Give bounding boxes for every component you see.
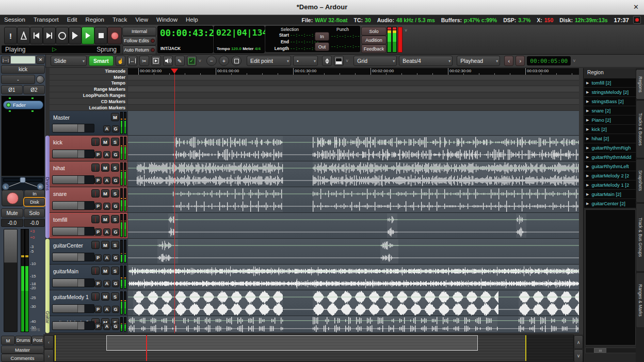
track-fader[interactable] — [52, 278, 94, 287]
punch-in-button[interactable]: In — [315, 32, 329, 41]
peak-display[interactable]: -0.0 — [24, 219, 45, 227]
playhead-dropdown[interactable]: Playhead — [457, 56, 500, 66]
region-list-item[interactable]: ▶guitarRhythmLeft — [584, 162, 636, 171]
ruler-name-cd-markers[interactable]: CD Markers — [50, 98, 127, 105]
region-list-item[interactable]: ▶snare [2] — [584, 106, 636, 116]
strip-name-button[interactable]: kick — [1, 65, 45, 74]
region-list-item[interactable]: ▶guitarMelody 1 [2 — [584, 180, 636, 190]
track-p-button[interactable]: P — [94, 280, 102, 287]
summary-overview[interactable] — [54, 335, 574, 361]
track-g-button[interactable]: G — [112, 280, 119, 287]
track-a-button[interactable]: A — [103, 306, 110, 313]
strip-width-button[interactable]: |↔| — [1, 56, 10, 64]
track-a-button[interactable]: A — [103, 254, 110, 261]
layer-display-button[interactable] — [334, 56, 344, 66]
toolbar-end-chevron[interactable]: ˅ — [573, 58, 575, 63]
audition-button[interactable]: Audition — [361, 36, 387, 44]
solo-button[interactable]: Solo — [24, 208, 45, 218]
track-m-button[interactable]: M — [101, 189, 109, 198]
track-g-button[interactable]: G — [112, 323, 119, 330]
summary-scroll-down-button[interactable]: ∨ — [574, 349, 583, 362]
sidebar-tab-track-bus-groups[interactable]: Track & Bus Groups — [636, 203, 644, 272]
track-name-label[interactable]: guitarMelody 1 — [53, 294, 89, 300]
menu-item-region[interactable]: Region — [82, 15, 108, 25]
primary-clock[interactable]: 00:00:43:25 INT/JACK — [157, 26, 213, 53]
region-expander-icon[interactable]: ▶ — [586, 81, 589, 85]
track-name-label[interactable]: hihat — [53, 165, 65, 171]
punch-out-button[interactable]: Out — [315, 42, 329, 51]
track-fader[interactable] — [52, 253, 94, 261]
track-g-button[interactable]: G — [112, 254, 119, 261]
track-header-guitarcenter[interactable]: guitarCenterMSPAG — [50, 239, 127, 265]
track-a-button[interactable]: A — [103, 228, 110, 236]
auto-return-button[interactable]: Auto Return — [122, 45, 156, 55]
track-g-button[interactable]: G — [112, 177, 119, 184]
zoom-fit-button[interactable] — [231, 56, 242, 66]
track-header-hihat[interactable]: hihatMSPAG — [50, 161, 127, 187]
track-s-button[interactable]: S — [111, 138, 119, 146]
ruler-name-location-markers[interactable]: Location Markers — [50, 105, 127, 111]
cut-tool-button[interactable]: ✂ — [139, 56, 149, 66]
track-rec-enable-button[interactable] — [91, 267, 100, 275]
track-p-button[interactable]: P — [94, 306, 102, 313]
region-expander-icon[interactable]: ▶ — [586, 127, 589, 131]
trim-button[interactable]: - — [1, 75, 35, 84]
group-bar-guitar[interactable]: Guitar — [45, 239, 50, 333]
track-m-button[interactable]: M — [101, 163, 109, 172]
track-name-label[interactable]: Master — [53, 114, 70, 121]
track-rec-enable-button[interactable] — [91, 241, 100, 249]
region-list-item[interactable]: ▶Piano [2] — [584, 116, 636, 125]
track-p-button[interactable]: P — [94, 151, 102, 158]
track-header-kick[interactable]: kickMSPAG — [50, 136, 127, 161]
internal-sync-button[interactable]: Internal — [122, 27, 156, 36]
range-tool-button[interactable]: ↔ — [127, 56, 137, 66]
region-expander-icon[interactable]: ▶ — [586, 192, 589, 196]
region-expander-icon[interactable]: ▶ — [586, 202, 589, 206]
track-fader[interactable] — [52, 150, 94, 158]
track-fader[interactable] — [52, 304, 94, 313]
track-name-label[interactable]: tomfill — [53, 217, 67, 223]
strip-tab-post[interactable]: Post — [31, 336, 44, 345]
region-list-item[interactable]: ▶guitarRhythmRigh — [584, 143, 636, 153]
ruler-lane[interactable] — [128, 80, 579, 86]
marker-dropdown[interactable]: • — [293, 56, 318, 66]
close-icon[interactable]: ✕ — [633, 0, 639, 14]
track-fader[interactable] — [52, 321, 94, 330]
loop-button[interactable] — [56, 27, 69, 44]
track-p-button[interactable]: P — [94, 177, 102, 184]
menu-item-help[interactable]: Help — [182, 15, 202, 25]
pan-left-button[interactable]: L — [2, 183, 9, 190]
grid-dropdown[interactable]: Grid — [353, 56, 397, 66]
strip-tab-m[interactable]: M — [1, 336, 15, 345]
pan-widget[interactable]: L R — [1, 176, 45, 191]
sidebar-tab-tracks-busses[interactable]: Tracks & Busses — [636, 100, 644, 158]
region-expander-icon[interactable]: ▶ — [586, 146, 589, 150]
menu-item-transport[interactable]: Transport — [29, 15, 63, 25]
menu-item-view[interactable]: View — [131, 15, 152, 25]
region-list-hscrollbar[interactable] — [585, 348, 637, 353]
draw-tool-button[interactable]: ✎ — [175, 56, 185, 66]
track-m-button[interactable]: M — [101, 267, 109, 275]
region-list-item[interactable]: ▶hihat [2] — [584, 134, 636, 143]
nudge-forward-button[interactable]: › — [516, 56, 525, 66]
mute-button[interactable]: Mute — [1, 208, 23, 218]
track-header-master[interactable]: MasterMAG — [50, 111, 127, 136]
nudge-back-button[interactable]: ‹ — [504, 56, 513, 66]
track-a-button[interactable]: A — [103, 125, 110, 133]
zoom-out-button[interactable]: − — [206, 56, 217, 66]
track-s-button[interactable]: S — [111, 292, 119, 301]
menu-item-window[interactable]: Window — [152, 15, 182, 25]
zoom-options-chevron[interactable]: ˅ — [346, 58, 348, 63]
track-header-guitarmelody-1[interactable]: guitarMelody 1MSPAG — [50, 290, 127, 316]
track-a-button[interactable]: A — [103, 151, 110, 158]
play-range-button[interactable] — [69, 27, 82, 44]
zoom-in-button[interactable]: + — [219, 56, 229, 66]
phase-invert-2-button[interactable]: Ø2 — [23, 85, 45, 94]
playhead-line[interactable] — [174, 74, 175, 333]
gain-fader-handle[interactable] — [4, 229, 17, 263]
region-expander-icon[interactable]: ▶ — [586, 109, 589, 113]
waveform-canvas[interactable] — [128, 111, 579, 333]
menu-item-session[interactable]: Session — [0, 15, 29, 25]
secondary-clock[interactable]: 022|04|1341 Tempo 120.0 Meter 4/4 — [214, 26, 265, 53]
summary-scroll-right-button[interactable]: › — [44, 349, 54, 362]
